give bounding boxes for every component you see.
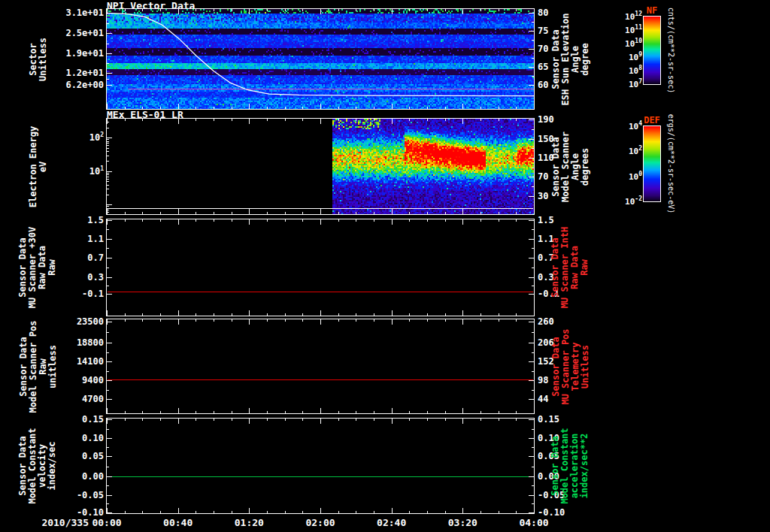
x-axis-tick-label: 01:20 xyxy=(225,517,273,528)
y-tick-label-left: 2.5e+01 xyxy=(42,28,104,38)
colorbar-gradient xyxy=(644,126,660,201)
colorbar-tick-label: 100 xyxy=(603,172,642,183)
y-axis-label-right: Sensor DataESH Sun ElevationAngledegree xyxy=(550,9,590,109)
plot-canvas-3 xyxy=(107,219,534,316)
x-axis-tick-label: 00:00 xyxy=(83,517,131,528)
plot-frame-5 xyxy=(106,418,535,514)
colorbar-units: cnts/(cm**2-sr-sec) xyxy=(666,0,675,114)
x-axis-tick-label: 02:40 xyxy=(368,517,416,528)
plot-frame-2 xyxy=(106,118,535,215)
colorbar-tick-label: 107 xyxy=(603,80,642,90)
y-tick-label-left: 6.2e+00 xyxy=(42,80,104,90)
plot-frame-4 xyxy=(106,319,535,414)
y-axis-label-right: Sensor DataModel Constantaccelerationind… xyxy=(550,419,590,513)
plot-canvas-1 xyxy=(107,9,534,109)
colorbar-units: ergs/(cm**2-sr-sec-eV) xyxy=(666,100,675,228)
y-axis-label-left: Sensor DataModel Scanner PosRawunitless xyxy=(18,319,57,413)
colorbar-tick-label: 1012 xyxy=(603,12,642,23)
plot-canvas-4 xyxy=(107,319,534,413)
colorbar2-title: DEF xyxy=(639,115,665,125)
y-tick-label-left: 1.9e+01 xyxy=(42,48,104,59)
colorbar1-title: NF xyxy=(639,5,665,16)
y-tick-label-left: 3.1e+01 xyxy=(42,8,104,18)
colorbar-tick-label: 109 xyxy=(603,53,642,63)
y-axis-label-right: Sensor DataMU Scanner IntHRaw DataRaw xyxy=(550,219,590,316)
colorbar-tick-label: 108 xyxy=(603,66,642,77)
colorbar-tick-label: 1010 xyxy=(603,39,642,50)
x-axis-tick-label: 04:00 xyxy=(510,517,558,528)
plot-frame-1 xyxy=(106,8,535,110)
colorbar-tick-label: 102 xyxy=(603,147,642,157)
plot-canvas-5 xyxy=(107,419,534,513)
y-axis-label-left: Sensor DataMU Scanner +30VRaw DataRaw xyxy=(18,219,57,316)
colorbar-tick-label: 10-2 xyxy=(603,197,642,207)
x-axis-date: 2010/335 xyxy=(14,517,89,528)
colorbar-1 xyxy=(643,16,661,85)
y-axis-label-right: Sensor DataMU Scanner PosTelemetryUnitle… xyxy=(550,319,590,413)
plot-canvas-2 xyxy=(107,119,534,214)
x-axis-tick-label: 03:20 xyxy=(438,517,487,528)
colorbar-tick-label: 1011 xyxy=(603,26,642,36)
colorbar-gradient xyxy=(644,17,660,84)
plot-frame-3 xyxy=(106,219,535,316)
colorbar-tick-label: 104 xyxy=(603,122,642,132)
colorbar-2 xyxy=(643,125,661,202)
y-tick-label-left: 1.2e+01 xyxy=(42,68,104,78)
x-axis-tick-label: 00:40 xyxy=(154,517,202,528)
y-tick-label-left: 101 xyxy=(42,166,104,177)
spectrogram-dashboard: NPI Vector Data MEx ELS-01 LR NF DEF 201… xyxy=(0,0,770,532)
y-tick-label-left: 102 xyxy=(42,132,104,143)
y-axis-label-left: Electron EnergyeV xyxy=(28,119,47,214)
x-axis-tick-label: 02:00 xyxy=(296,517,344,528)
y-axis-label-left: Sensor DataModel Constantvelocityindex/s… xyxy=(18,419,57,513)
y-axis-label-left: SectorUnitless xyxy=(28,9,47,109)
y-axis-label-right: Sensor DataModel ScannerAngledegrees xyxy=(550,119,590,214)
